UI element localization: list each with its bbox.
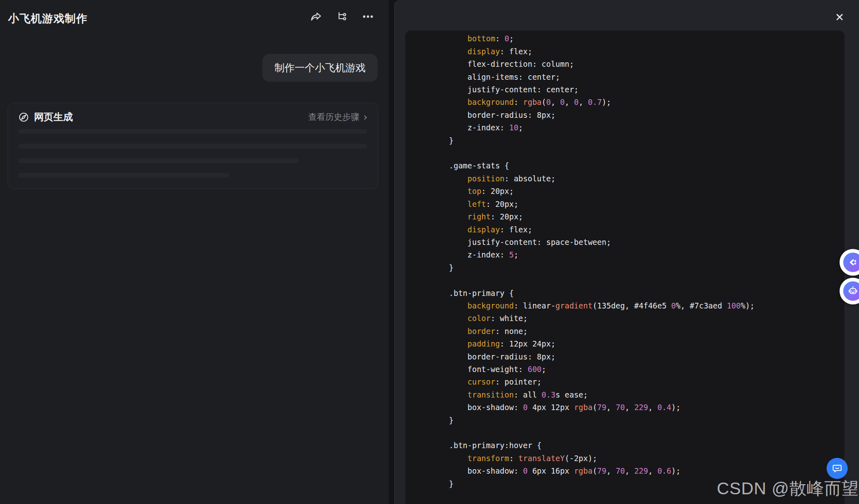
code-line: z-index: 10; — [449, 121, 836, 134]
code-line: flex-direction: column; — [449, 58, 836, 70]
code-line: top: 20px; — [449, 185, 836, 198]
chat-header: 小飞机游戏制作 — [0, 0, 389, 32]
code-line: display: flex; — [449, 45, 836, 58]
code-line: .game-stats { — [449, 159, 836, 172]
code-line: font-weight: 600; — [449, 363, 836, 376]
code-line: transform: translateY(-2px); — [449, 452, 836, 465]
code-line: .btn-primary { — [449, 287, 836, 300]
code-line: box-shadow: 0 6px 16px rgba(79, 70, 229,… — [449, 465, 836, 477]
compass-icon — [18, 112, 29, 123]
more-icon — [361, 10, 374, 25]
code-line: z-index: 5; — [449, 249, 836, 261]
task-card-title: 网页生成 — [18, 111, 73, 123]
code-line: left: 20px; — [449, 198, 836, 211]
code-line: justify-content: space-between; — [449, 236, 836, 249]
robot-assistant-icon — [843, 281, 859, 301]
code-line: .btn-primary:hover { — [449, 439, 836, 452]
code-line: color: white; — [449, 312, 836, 325]
code-line: border-radius: 8px; — [449, 109, 836, 121]
code-line: padding: 12px 24px; — [449, 338, 836, 350]
code-line: } — [449, 134, 836, 147]
code-line: background: rgba(0, 0, 0, 0.7); — [449, 96, 836, 108]
code-line: } — [449, 262, 836, 274]
chevron-right-icon: › — [364, 112, 368, 122]
code-line: background: linear-gradient(135deg, #4f4… — [449, 300, 836, 312]
code-line: cursor: pointer; — [449, 376, 836, 388]
user-message-bubble: 制作一个小飞机游戏 — [262, 54, 378, 82]
code-block[interactable]: right: 0; bottom: 0; display: flex; flex… — [405, 30, 844, 504]
code-viewer-panel: ✕ right: 0; bottom: 0; display: flex; fl… — [394, 0, 859, 504]
webpage-generation-card: 网页生成 查看历史步骤 › — [8, 103, 378, 189]
close-icon: ✕ — [835, 11, 844, 23]
code-line: display: flex; — [449, 223, 836, 236]
task-card-title-label: 网页生成 — [34, 111, 73, 123]
code-line: right: 20px; — [449, 211, 836, 223]
code-line: position: absolute; — [449, 172, 836, 185]
view-history-steps-link[interactable]: 查看历史步骤 › — [308, 111, 368, 123]
code-line: justify-content: center; — [449, 83, 836, 96]
skeleton-bar — [18, 173, 229, 178]
flow-branch-button[interactable] — [335, 11, 349, 24]
more-button[interactable] — [361, 11, 375, 24]
chat-title: 小飞机游戏制作 — [8, 11, 87, 26]
code-line: box-shadow: 0 4px 12px rgba(79, 70, 229,… — [449, 401, 836, 414]
share-button[interactable] — [309, 11, 323, 24]
chat-panel: 小飞机游戏制作 — [0, 0, 389, 504]
chat-toolbar — [309, 11, 375, 24]
skeleton-bar — [18, 158, 299, 163]
code-line — [449, 427, 836, 439]
feedback-chat-button[interactable] — [827, 458, 848, 479]
chat-bubble-icon — [831, 463, 843, 474]
code-line: } — [449, 414, 836, 427]
close-button[interactable]: ✕ — [832, 10, 847, 24]
code-line: align-items: center; — [449, 71, 836, 83]
code-line: border-radius: 8px; — [449, 351, 836, 363]
skeleton-bar — [18, 129, 367, 134]
code-line: transition: all 0.3s ease; — [449, 389, 836, 401]
code-line: border: none; — [449, 325, 836, 338]
code-line: } — [449, 478, 836, 490]
code-content: right: 0; bottom: 0; display: flex; flex… — [405, 30, 844, 490]
skeleton-bar — [18, 144, 367, 149]
share-icon — [310, 10, 323, 25]
code-line — [449, 147, 836, 159]
code-line — [449, 274, 836, 287]
task-card-header: 网页生成 查看历史步骤 › — [18, 111, 368, 123]
code-line: bottom: 0; — [449, 32, 836, 45]
flow-branch-icon — [336, 11, 348, 24]
csdn-logo-icon — [843, 253, 859, 272]
history-link-label: 查看历史步骤 — [308, 111, 359, 123]
skeleton-loader — [18, 129, 367, 187]
